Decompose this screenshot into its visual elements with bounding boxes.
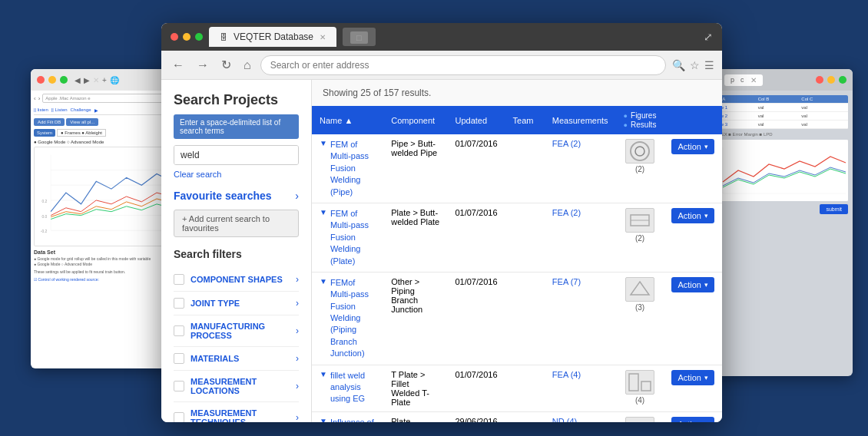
row-toggle-icon[interactable]: ▼ — [320, 139, 327, 147]
result-name-link[interactable]: FEM of Multi-pass Fusion Welding (Pipe) — [330, 139, 376, 198]
result-name-link[interactable]: Influence of Geometry on RS Around Repai… — [330, 417, 376, 422]
back-button[interactable]: ← — [169, 57, 187, 74]
measurements-link[interactable]: FEA (4) — [552, 370, 581, 379]
search-sidebar: Search Projects Enter a space-delimited … — [161, 80, 312, 422]
name-cell: ▼ FEMof Multi-pass Fusion Welding (Pipin… — [312, 272, 383, 365]
favourites-arrow-icon[interactable]: › — [295, 190, 299, 202]
results-table-header: Name ▲ Component Updated Team Measuremen… — [312, 106, 722, 134]
browser-toolbar: ← → ↻ ⌂ 🔍 ☆ ☰ — [161, 51, 722, 80]
col-name-header[interactable]: Name ▲ — [312, 106, 383, 134]
search-icon[interactable]: 🔍 — [672, 59, 685, 71]
chart-note: These settings will be applied to fit ne… — [34, 269, 181, 275]
filter-arrow-icon: › — [296, 298, 299, 309]
result-thumbnail — [625, 139, 654, 164]
table-row: ▼ Influence of Geometry on RS Around Rep… — [312, 411, 722, 422]
measurements-link[interactable]: FEA (2) — [552, 208, 581, 217]
bg-left-radios: ● Google Mode ○ Advanced Mode — [34, 140, 181, 144]
tab-favicon-icon: 🗄 — [220, 33, 227, 41]
tab-close-icon[interactable]: ✕ — [320, 33, 326, 41]
col-team-header[interactable]: Team — [505, 106, 545, 134]
team-cell — [505, 134, 545, 203]
filter-label: JOINT TYPE — [190, 299, 296, 308]
url-bar[interactable] — [260, 55, 666, 75]
close-dot[interactable] — [171, 33, 178, 41]
refresh-button[interactable]: ↻ — [218, 56, 234, 74]
action-button[interactable]: Action ▾ — [671, 139, 714, 154]
action-button[interactable]: Action ▾ — [671, 277, 714, 292]
component-cell: Plate — [383, 411, 447, 422]
col-action-header — [664, 106, 722, 134]
measurements-link[interactable]: FEA (7) — [552, 277, 581, 286]
filter-checkbox[interactable] — [174, 274, 184, 285]
svg-text:-0.2: -0.2 — [41, 230, 48, 233]
clear-search-link[interactable]: Clear search — [174, 170, 299, 179]
browser-tab-active[interactable]: 🗄 VEQTER Database ✕ — [209, 27, 336, 47]
filter-checkbox[interactable] — [174, 412, 184, 422]
result-name-link[interactable]: fillet weld analysis using EG — [330, 370, 376, 405]
filter-materials[interactable]: MATERIALS › — [174, 347, 299, 371]
action-button[interactable]: Action ▾ — [671, 208, 714, 223]
thumb-count: (2) — [635, 234, 644, 243]
minimize-dot[interactable] — [183, 33, 190, 41]
col-figures-results-header: ● Figures ● Results — [616, 106, 664, 134]
bookmark-item: || Listen — [51, 107, 68, 113]
maximize-dot — [60, 76, 68, 84]
filter-checkbox[interactable] — [174, 325, 184, 336]
thumbnail-cell: (2) — [616, 203, 664, 272]
results-radio[interactable]: ● Results — [624, 121, 657, 129]
expand-icon[interactable]: ⤢ — [704, 31, 713, 43]
action-button[interactable]: Action ▾ — [671, 370, 714, 385]
action-dropdown-icon: ▾ — [704, 374, 708, 382]
result-name-link[interactable]: FEMof Multi-pass Fusion Welding (Piping … — [330, 277, 376, 360]
row-toggle-icon[interactable]: ▼ — [320, 208, 327, 216]
result-name-link[interactable]: FEM of Multi-pass Fusion Welding (Plate) — [330, 208, 376, 267]
results-header: Showing 25 of 157 results. — [312, 80, 722, 106]
filter-arrow-icon: › — [296, 325, 299, 336]
filter-checkbox[interactable] — [174, 298, 184, 309]
col-measurements-header[interactable]: Measurements — [545, 106, 616, 134]
component-cell: Other > Piping Branch Junction — [383, 272, 447, 365]
add-favourite-button[interactable]: + Add current search to favourites — [174, 210, 299, 237]
menu-icon[interactable]: ☰ — [704, 59, 714, 71]
action-cell: Action ▾ — [664, 134, 722, 203]
row-toggle-icon[interactable]: ▼ — [320, 277, 327, 286]
col-component-header[interactable]: Component — [383, 106, 447, 134]
svg-rect-0 — [35, 147, 179, 246]
component-cell: Plate > Butt-welded Plate — [383, 203, 447, 272]
filter-component-shapes[interactable]: COMPONENT SHAPES › — [174, 268, 299, 292]
thumbnail-cell: (3) — [616, 272, 664, 365]
row-toggle-icon[interactable]: ▼ — [320, 417, 327, 422]
home-button[interactable]: ⌂ — [240, 57, 254, 74]
filter-checkbox[interactable] — [174, 381, 184, 391]
search-input[interactable] — [174, 146, 299, 164]
toolbar-right: 🔍 ☆ ☰ — [672, 59, 714, 71]
row-toggle-icon[interactable]: ▼ — [320, 370, 327, 378]
table-row: ▼ FEM of Multi-pass Fusion Welding (Pipe… — [312, 134, 722, 203]
chart-checkbox: ☑ Control of working rendered source: — [34, 277, 181, 282]
table-row: ▼ fillet weld analysis using EG T Plate … — [312, 365, 722, 411]
filter-joint-type[interactable]: JOINT TYPE › — [174, 292, 299, 315]
forward-button[interactable]: → — [194, 57, 212, 74]
filter-measurement-locations[interactable]: MEASUREMENT LOCATIONS › — [174, 371, 299, 402]
col-updated-header[interactable]: Updated — [447, 106, 505, 134]
maximize-dot[interactable] — [195, 33, 203, 41]
svg-point-14 — [635, 147, 644, 156]
measurements-link[interactable]: FEA (2) — [552, 139, 581, 148]
new-tab-button[interactable]: □ — [343, 28, 376, 46]
svg-point-13 — [631, 142, 649, 160]
filter-measurement-techniques[interactable]: MEASUREMENT TECHNIQUES › — [174, 402, 299, 422]
filter-checkbox[interactable] — [174, 353, 184, 364]
component-cell: Pipe > Butt-welded Pipe — [383, 134, 447, 203]
team-cell — [505, 365, 545, 411]
action-cell: Action ▾ — [664, 203, 722, 272]
filter-manufacturing-process[interactable]: MANUFACTURING PROCESS › — [174, 315, 299, 347]
svg-rect-17 — [629, 374, 638, 391]
action-button[interactable]: Action ▾ — [671, 417, 714, 422]
figures-radio[interactable]: ● Figures — [624, 111, 657, 120]
sidebar-title: Search Projects — [174, 92, 299, 108]
bookmark-icon[interactable]: ☆ — [690, 59, 700, 71]
svg-text:0.2: 0.2 — [41, 200, 47, 203]
browser-titlebar: 🗄 VEQTER Database ✕ □ ⤢ — [161, 23, 722, 51]
measurements-link[interactable]: ND (4) — [552, 417, 577, 422]
name-cell: ▼ fillet weld analysis using EG — [312, 365, 383, 411]
